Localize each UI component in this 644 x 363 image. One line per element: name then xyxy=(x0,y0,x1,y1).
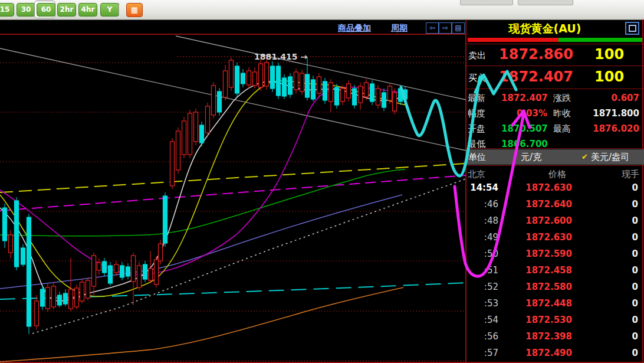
candle-body xyxy=(27,217,31,326)
tick-vol: 0 xyxy=(632,295,638,312)
candle-body xyxy=(305,74,310,97)
stat-value: 0.607 xyxy=(574,90,639,106)
tick-row: :511872.4580 xyxy=(466,262,644,279)
tick-row: :561872.3980 xyxy=(466,328,644,345)
tick-row: :541872.5300 xyxy=(466,312,644,328)
tick-vol: 0 xyxy=(632,279,638,295)
high-price-label: 1881.415 → xyxy=(254,52,307,61)
candle-body xyxy=(277,66,281,96)
stat-row: 最新1872.407涨跌0.607 xyxy=(466,90,644,106)
candle-body xyxy=(120,266,124,277)
buy-quote-row: 买入 1872.407 100 xyxy=(466,68,644,89)
candle-body xyxy=(206,106,210,133)
stat-row: 开盘1870.507最高1876.020 xyxy=(466,121,644,136)
tick-price: 1872.640 xyxy=(525,196,572,212)
tick-price: 1872.630 xyxy=(525,229,572,246)
candle-body xyxy=(317,77,321,93)
buy-label: 买入 xyxy=(468,73,486,84)
tick-time: :57 xyxy=(466,345,498,361)
candle-body xyxy=(9,235,13,253)
ma-blue xyxy=(0,195,402,289)
stat-value: 1876.020 xyxy=(574,121,639,136)
candle-body xyxy=(323,81,327,100)
stat-label: 最高 xyxy=(553,121,571,136)
tick-vol: 0 xyxy=(632,312,638,328)
tick-vol: 0 xyxy=(632,212,638,229)
stat-value: 1871.800 xyxy=(574,106,639,121)
candle-body xyxy=(370,84,374,102)
unit-label: 单位 xyxy=(468,149,486,165)
candle-body xyxy=(364,83,369,97)
buy-price: 1872.407 xyxy=(499,68,573,85)
unit-option-yuan-gram[interactable]: 元/克 xyxy=(521,149,541,165)
candle-body xyxy=(329,83,333,102)
candle-body xyxy=(388,86,392,100)
sell-price: 1872.860 xyxy=(499,46,573,63)
candle-body xyxy=(311,80,316,99)
stat-label: 昨收 xyxy=(553,106,571,121)
candle-body xyxy=(52,286,56,307)
tick-vol: 0 xyxy=(632,328,638,345)
unit-option-usd-oz[interactable]: 美元/盎司 xyxy=(591,149,629,165)
candle-body xyxy=(103,261,107,273)
candle-body xyxy=(35,301,39,326)
support-dotted xyxy=(32,179,466,333)
candle-body xyxy=(114,264,119,273)
candle-body xyxy=(218,91,222,112)
candle-body xyxy=(288,77,293,94)
tick-vol: 0 xyxy=(632,196,638,212)
candle-body xyxy=(247,71,251,85)
unit-selector-row: 单位 元/克 ✔ 美元/盎司 xyxy=(466,149,644,165)
tick-time: 14:54 xyxy=(466,179,498,196)
tick-price: 1872.458 xyxy=(525,262,572,279)
tick-price: 1872.630 xyxy=(525,179,572,196)
candle-body xyxy=(382,93,386,107)
tick-price: 1872.530 xyxy=(525,312,572,328)
candle-body xyxy=(224,71,228,97)
tick-time: :48 xyxy=(466,212,498,229)
candle-body xyxy=(86,280,90,298)
candle-body xyxy=(265,63,269,86)
candle-body xyxy=(170,142,175,186)
band-yellow-dashed xyxy=(0,163,466,192)
panel-window-icon[interactable] xyxy=(625,22,639,35)
buy-size: 100 xyxy=(594,68,624,85)
candle-body xyxy=(132,256,136,282)
candle-body xyxy=(393,93,397,111)
stat-value: 1872.407 xyxy=(501,90,547,106)
candle-body xyxy=(359,86,363,103)
tick-time: :52 xyxy=(466,279,498,295)
band-magenta-dashed xyxy=(0,175,466,211)
candle-body xyxy=(80,282,84,301)
tick-price: 1872.448 xyxy=(525,295,572,312)
sell-ratio-bar xyxy=(468,38,558,42)
candle-body xyxy=(159,244,163,261)
candle-body xyxy=(126,267,130,276)
tick-price: 1872.580 xyxy=(525,279,572,295)
candle-body xyxy=(200,125,204,143)
candle-body xyxy=(212,86,216,115)
stat-row: 幅度0.03%昨收1871.800 xyxy=(466,106,644,121)
tick-row: :481872.6000 xyxy=(466,212,644,229)
candle-body xyxy=(155,260,159,284)
tick-row: :491872.6300 xyxy=(466,229,644,246)
tick-time: :46 xyxy=(466,196,498,212)
candle-body xyxy=(341,89,345,102)
buy-ratio-bar xyxy=(558,38,642,42)
candle-body xyxy=(229,60,234,87)
tick-row: :531872.4480 xyxy=(466,295,644,312)
ma-magenta xyxy=(0,87,407,274)
tick-time: :51 xyxy=(466,262,498,279)
sell-size: 100 xyxy=(594,46,624,63)
candle-body xyxy=(271,66,275,89)
candle-body xyxy=(353,89,357,105)
tick-row: :571872.4900 xyxy=(466,345,644,361)
stat-label: 涨跌 xyxy=(553,90,571,106)
candle-body xyxy=(282,78,287,96)
instrument-title: 现货黄金(AU) xyxy=(466,21,624,37)
candle-body xyxy=(335,87,339,105)
candle-body xyxy=(69,289,73,309)
candle-body xyxy=(347,84,351,98)
tick-time: :50 xyxy=(466,246,498,262)
tick-vol: 0 xyxy=(632,246,638,262)
